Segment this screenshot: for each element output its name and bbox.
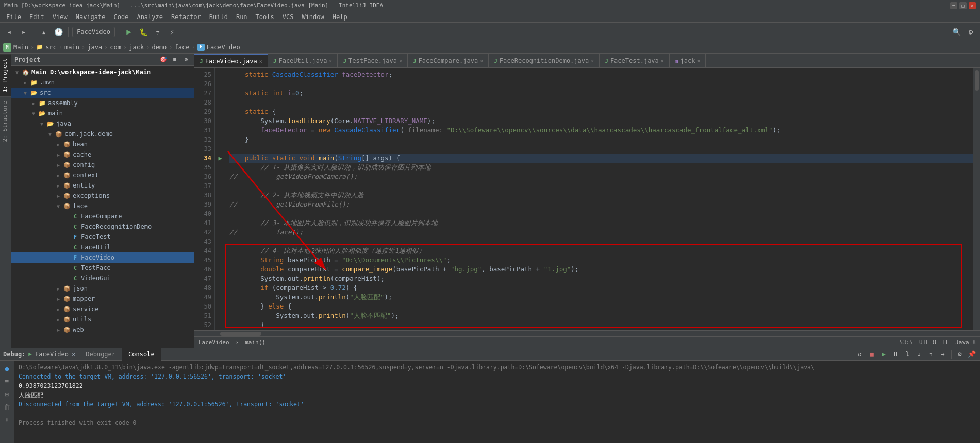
debug-rerun-button[interactable]: ↺ — [855, 349, 865, 360]
maximize-button[interactable]: □ — [959, 2, 967, 9]
tab-facetest[interactable]: J FaceTest.java × — [600, 54, 670, 67]
debug-settings-button[interactable]: ⚙ — [955, 349, 965, 360]
debug-run-to-cursor-button[interactable]: → — [938, 349, 948, 360]
right-scroll-gutter[interactable] — [973, 68, 980, 330]
menu-vcs[interactable]: VCS — [278, 12, 298, 22]
tree-facetest[interactable]: F FaceTest — [11, 232, 194, 242]
breadcrumb-jack[interactable]: jack — [129, 44, 144, 51]
coverage-button[interactable]: ☂ — [152, 26, 164, 38]
tree-src[interactable]: ▼ 📂 src — [11, 88, 194, 98]
breadcrumb-java[interactable]: java — [87, 44, 102, 51]
tree-java[interactable]: ▼ 📂 java — [11, 118, 194, 129]
project-tab[interactable]: 1: Project — [0, 54, 11, 96]
tree-mvn[interactable]: ▶ 📁 .mvn — [11, 77, 194, 88]
structure-tab[interactable]: 2: Structure — [0, 96, 11, 146]
menu-navigate[interactable]: Navigate — [72, 12, 110, 22]
close-button[interactable]: ✕ — [969, 2, 976, 9]
project-locate-button[interactable]: 🎯 — [159, 55, 168, 64]
back-button[interactable]: ◂ — [3, 26, 15, 38]
tab-facecompare-close[interactable]: × — [480, 58, 483, 64]
tree-mapper[interactable]: ▶ 📦 mapper — [11, 294, 194, 304]
debug-step-over-button[interactable]: ⤵ — [902, 349, 912, 360]
code-content[interactable]: static CascadeClassifier faceDetector; s… — [225, 68, 973, 330]
tab-facevideo[interactable]: J FaceVideo.java × — [194, 54, 268, 67]
tab-frd-close[interactable]: × — [591, 58, 594, 64]
menu-tools[interactable]: Tools — [252, 12, 278, 22]
tab-facerecognitiondemo[interactable]: J FaceRecognitionDemo.java × — [489, 54, 600, 67]
breadcrumb-com[interactable]: com — [110, 44, 121, 51]
menu-run[interactable]: Run — [232, 12, 252, 22]
menu-code[interactable]: Code — [110, 12, 133, 22]
horizontal-scrollbar[interactable] — [194, 330, 980, 336]
code-editor[interactable]: 25 26 27 28 29 30 31 32 33 34 35 36 37 3… — [194, 68, 980, 330]
debug-stop-button[interactable]: ■ — [867, 349, 877, 360]
tree-entity[interactable]: ▶ 📦 entity — [11, 180, 194, 191]
tree-main[interactable]: ▼ 📂 main — [11, 108, 194, 118]
menu-file[interactable]: File — [2, 12, 25, 22]
tree-context[interactable]: ▶ 📦 context — [11, 170, 194, 180]
tree-testface[interactable]: C TestFace — [11, 263, 194, 273]
minimize-button[interactable]: ─ — [950, 2, 957, 9]
debug-step-out-button[interactable]: ↑ — [926, 349, 936, 360]
debug-close-button[interactable]: × — [72, 351, 75, 358]
tree-config[interactable]: ▶ 📦 config — [11, 160, 194, 170]
tab-jack-close[interactable]: × — [697, 58, 700, 64]
tab-testface-close[interactable]: × — [399, 58, 402, 64]
breadcrumb-demo[interactable]: demo — [152, 44, 167, 51]
tab-faceutil[interactable]: J FaceUtil.java × — [268, 54, 338, 67]
tree-facevideo[interactable]: F FaceVideo — [11, 252, 194, 263]
menu-analyze[interactable]: Analyze — [132, 12, 167, 22]
tree-cache[interactable]: ▶ 📦 cache — [11, 149, 194, 160]
tab-testface[interactable]: J TestFace.java × — [338, 54, 408, 67]
tab-faceutil-close[interactable]: × — [329, 58, 332, 64]
settings-button[interactable]: ⚙ — [965, 26, 977, 38]
profile-button[interactable]: ⚡ — [166, 26, 178, 38]
project-settings-button[interactable]: ⚙ — [181, 55, 191, 64]
search-button[interactable]: 🔍 — [950, 26, 962, 38]
tree-facerecognitiondemo[interactable]: C FaceRecognitionDemo — [11, 222, 194, 232]
tab-facetest-close[interactable]: × — [661, 58, 664, 64]
recent-files-button[interactable]: 🕐 — [52, 26, 64, 38]
tree-service[interactable]: ▶ 📦 service — [11, 304, 194, 314]
debug-button[interactable]: 🐛 — [137, 26, 150, 38]
tree-face[interactable]: ▼ 📦 face — [11, 201, 194, 211]
tree-facecompare[interactable]: C FaceCompare — [11, 211, 194, 222]
breadcrumb-main[interactable]: Main — [13, 44, 28, 51]
menu-edit[interactable]: Edit — [25, 12, 48, 22]
up-button[interactable]: ▴ — [38, 26, 50, 38]
breadcrumb-main2[interactable]: main — [64, 44, 79, 51]
tree-assembly[interactable]: ▶ 📁 assembly — [11, 98, 194, 108]
tree-utils[interactable]: ▶ 📦 utils — [11, 314, 194, 325]
tab-jack[interactable]: m jack × — [670, 54, 706, 67]
tab-facecompare[interactable]: J FaceCompare.java × — [408, 54, 489, 67]
run-button[interactable]: ▶ — [123, 26, 135, 38]
debug-filter-icon[interactable]: ⊟ — [2, 388, 13, 400]
tree-bean[interactable]: ▶ 📦 bean — [11, 139, 194, 149]
debug-scroll-down-icon[interactable]: ⬇ — [2, 414, 13, 425]
tree-root[interactable]: ▼ 🏠 Main D:\workspace-idea-jack\Main — [11, 67, 194, 77]
project-collapse-button[interactable]: ≡ — [170, 55, 179, 64]
tree-exceptions[interactable]: ▶ 📦 exceptions — [11, 191, 194, 201]
tree-videogui[interactable]: C VideoGui — [11, 273, 194, 283]
debug-clear-icon[interactable]: 🗑 — [2, 401, 13, 413]
tree-json[interactable]: ▶ 📦 json — [11, 283, 194, 294]
debug-green-dot[interactable]: ● — [2, 363, 13, 374]
debug-pin-button[interactable]: 📌 — [967, 349, 977, 360]
run-config-selector[interactable]: FaceVideo — [72, 27, 115, 37]
menu-refactor[interactable]: Refactor — [167, 12, 205, 22]
menu-build[interactable]: Build — [205, 12, 232, 22]
tab-facevideo-close[interactable]: × — [259, 59, 262, 64]
breadcrumb-face[interactable]: face — [175, 44, 190, 51]
debug-resume-button[interactable]: ▶ — [878, 349, 889, 360]
debugger-tab[interactable]: Debugger — [79, 348, 122, 361]
forward-button[interactable]: ▸ — [18, 26, 30, 38]
console-tab[interactable]: Console — [122, 348, 161, 361]
debug-list-icon[interactable]: ≡ — [2, 376, 13, 387]
menu-help[interactable]: Help — [328, 12, 352, 22]
breadcrumb-src[interactable]: src — [45, 44, 57, 51]
breadcrumb-facevideo[interactable]: FaceVideo — [207, 44, 240, 51]
tree-web[interactable]: ▶ 📦 web — [11, 325, 194, 335]
menu-window[interactable]: Window — [297, 12, 328, 22]
debug-pause-button[interactable]: ⏸ — [890, 349, 901, 360]
tree-package-root[interactable]: ▼ 📦 com.jack.demo — [11, 129, 194, 139]
